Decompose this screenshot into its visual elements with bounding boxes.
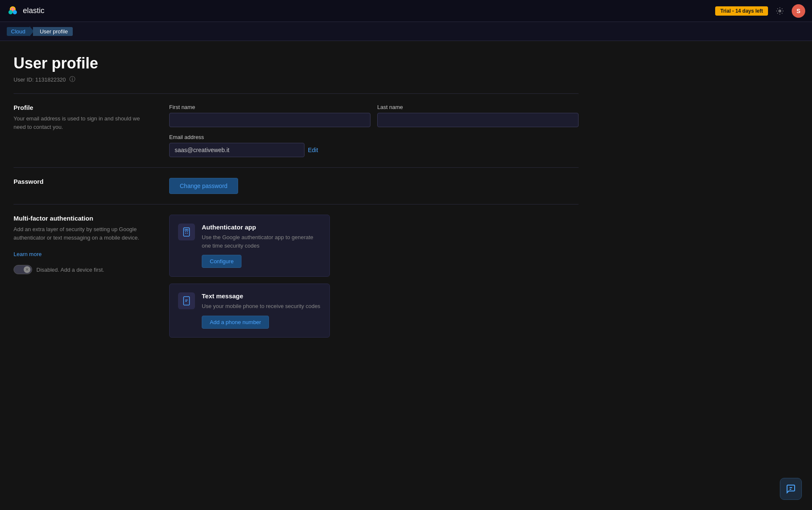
last-name-label: Last name: [377, 104, 579, 110]
text-message-card: Text message Use your mobile phone to re…: [169, 284, 330, 338]
svg-rect-12: [184, 229, 189, 231]
breadcrumb: Cloud User profile: [0, 22, 812, 41]
breadcrumb-current-page: User profile: [33, 27, 73, 36]
authenticator-card-content: Authenticator app Use the Google authent…: [202, 224, 321, 268]
trial-badge: Trial - 14 days left: [715, 6, 768, 16]
text-message-card-content: Text message Use your mobile phone to re…: [202, 292, 321, 329]
page-content: User profile User ID: 1131822320 ⓘ Profi…: [0, 41, 592, 361]
text-message-icon: [178, 292, 195, 309]
breadcrumb-cloud-link[interactable]: Cloud: [7, 27, 30, 36]
last-name-group: Last name: [377, 104, 579, 127]
name-fields-row: First name Last name: [169, 104, 579, 127]
text-message-card-desc: Use your mobile phone to receive securit…: [202, 302, 321, 311]
profile-section-desc: Your email address is used to sign in an…: [14, 115, 149, 131]
profile-section-right: First name Last name Email address Edit: [169, 104, 579, 157]
add-phone-number-button[interactable]: Add a phone number: [202, 316, 269, 329]
user-id-row: User ID: 1131822320 ⓘ: [14, 76, 579, 83]
mfa-toggle-label: Disabled. Add a device first.: [36, 267, 104, 273]
toggle-knob: [24, 266, 30, 273]
breadcrumb-item-cloud: Cloud: [7, 26, 34, 36]
email-input-wrap: [169, 143, 304, 157]
mfa-cards-container: Authenticator app Use the Google authent…: [169, 215, 579, 338]
password-section-right: Change password: [169, 178, 579, 194]
nav-right: Trial - 14 days left S: [715, 4, 805, 18]
svg-point-3: [13, 10, 17, 14]
mfa-section-right: Authenticator app Use the Google authent…: [169, 215, 579, 338]
password-section-title: Password: [14, 178, 149, 185]
password-section-left: Password: [14, 178, 149, 194]
app-name: elastic: [23, 6, 44, 15]
page-title: User profile: [14, 55, 579, 72]
mfa-toggle[interactable]: [14, 265, 32, 274]
mfa-learn-more-link[interactable]: Learn more: [14, 251, 41, 257]
mfa-section-desc: Add an extra layer of security by settin…: [14, 225, 149, 258]
first-name-group: First name: [169, 104, 370, 127]
mfa-section: Multi-factor authentication Add an extra…: [14, 204, 579, 348]
profile-section-title: Profile: [14, 104, 149, 111]
mfa-section-title: Multi-factor authentication: [14, 215, 149, 222]
info-icon[interactable]: ⓘ: [69, 76, 75, 83]
svg-point-5: [779, 10, 781, 12]
settings-icon-button[interactable]: [773, 4, 787, 18]
profile-section-left: Profile Your email address is used to si…: [14, 104, 149, 157]
elastic-logo-icon: [7, 5, 19, 17]
svg-point-2: [8, 10, 13, 14]
email-label: Email address: [169, 134, 579, 140]
nav-left: elastic: [7, 5, 44, 17]
mfa-toggle-row: Disabled. Add a device first.: [14, 265, 149, 274]
top-navigation: elastic Trial - 14 days left S: [0, 0, 812, 22]
authenticator-icon: [178, 224, 195, 240]
authenticator-card-desc: Use the Google authenticator app to gene…: [202, 233, 321, 250]
svg-rect-13: [184, 297, 189, 305]
authenticator-card: Authenticator app Use the Google authent…: [169, 215, 330, 277]
configure-button[interactable]: Configure: [202, 255, 241, 268]
authenticator-card-title: Authenticator app: [202, 224, 321, 231]
email-edit-link[interactable]: Edit: [308, 147, 318, 153]
profile-section: Profile Your email address is used to si…: [14, 93, 579, 167]
svg-point-4: [11, 8, 14, 11]
user-id-label: User ID: 1131822320: [14, 76, 66, 83]
user-avatar[interactable]: S: [792, 4, 805, 18]
email-row: Edit: [169, 143, 579, 157]
chat-widget[interactable]: [780, 478, 802, 500]
last-name-input[interactable]: [377, 113, 579, 127]
first-name-input[interactable]: [169, 113, 370, 127]
text-message-card-title: Text message: [202, 292, 321, 300]
mfa-section-left: Multi-factor authentication Add an extra…: [14, 215, 149, 338]
password-section: Password Change password: [14, 167, 579, 204]
first-name-label: First name: [169, 104, 370, 110]
email-input[interactable]: [169, 143, 304, 157]
change-password-button[interactable]: Change password: [169, 178, 238, 194]
email-group: Email address Edit: [169, 134, 579, 157]
